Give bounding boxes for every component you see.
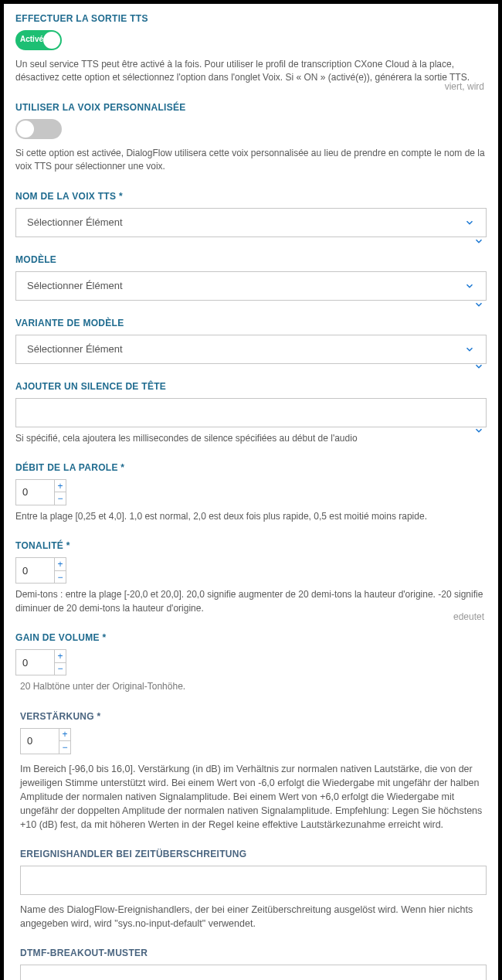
speech-rate-help: Entre la plage [0,25 et 4,0]. 1,0 est no… xyxy=(15,510,487,523)
pitch-stepper: + − xyxy=(54,557,66,584)
speech-rate-input[interactable] xyxy=(15,479,54,505)
model-variant-select[interactable]: Sélectionner Élément xyxy=(15,335,487,364)
step-down-icon[interactable]: − xyxy=(55,492,66,505)
dtmf-breakout-input[interactable] xyxy=(20,965,487,980)
volume-gain-stepper: + − xyxy=(54,649,66,675)
tts-output-help: Un seul service TTS peut être activé à l… xyxy=(15,58,487,85)
toggle-knob xyxy=(17,121,34,138)
timeout-handler-input[interactable] xyxy=(20,866,487,895)
verstaerkung-stepper: + − xyxy=(59,728,71,754)
tts-output-toggle[interactable]: Activé xyxy=(15,30,62,50)
chevron-down-icon xyxy=(464,217,475,228)
step-up-icon[interactable]: + xyxy=(55,650,66,663)
custom-voice-label: UTILISER LA VOIX PERSONNALISÉE xyxy=(15,102,487,113)
volume-gain-label: GAIN DE VOLUME * xyxy=(15,632,487,643)
model-value: Sélectionner Élément xyxy=(27,280,123,291)
leading-silence-label: AJOUTER UN SILENCE DE TÊTE xyxy=(15,381,487,392)
timeout-handler-label: EREIGNISHANDLER BEI ZEITÜBERSCHREITUNG xyxy=(20,849,487,859)
custom-voice-help: Si cette option est activée, DialogFlow … xyxy=(15,147,487,174)
pitch-label: TONALITÉ * xyxy=(15,540,487,551)
volume-gain-input[interactable] xyxy=(15,649,54,675)
chevron-down-icon xyxy=(464,344,475,355)
model-variant-label: VARIANTE DE MODÈLE xyxy=(15,318,487,328)
model-variant-value: Sélectionner Élément xyxy=(27,343,123,355)
ghost-chevron-3 xyxy=(473,361,484,372)
step-down-icon[interactable]: − xyxy=(59,741,70,754)
toggle-on-text: Activé xyxy=(20,35,43,43)
chevron-down-icon xyxy=(464,281,475,291)
step-down-icon[interactable]: − xyxy=(55,571,66,584)
model-label: MODÈLE xyxy=(15,254,487,265)
volume-gain-bg-help: 20 Halbtöne unter der Original-Tonhöhe. xyxy=(20,680,487,693)
leading-silence-help: Si spécifié, cela ajoutera les milliseco… xyxy=(15,432,487,445)
voice-name-select[interactable]: Sélectionner Élément xyxy=(15,208,487,237)
step-up-icon[interactable]: + xyxy=(59,729,70,742)
step-up-icon[interactable]: + xyxy=(55,480,66,493)
toggle-knob xyxy=(43,32,60,49)
ghost-text: viert, wird xyxy=(445,81,484,92)
speech-rate-label: DÉBIT DE LA PAROLE * xyxy=(15,462,487,473)
pitch-input[interactable] xyxy=(15,557,54,584)
voice-name-label: NOM DE LA VOIX TTS * xyxy=(15,191,487,202)
verstaerkung-label: VERSTÄRKUNG * xyxy=(20,711,487,722)
dtmf-breakout-label: DTMF-BREAKOUT-MUSTER xyxy=(20,948,487,958)
tts-output-label: EFFECTUER LA SORTIE TTS xyxy=(15,13,487,24)
verstaerkung-input[interactable] xyxy=(20,728,59,754)
ghost-chevron-2 xyxy=(473,299,484,310)
pitch-help: Demi-tons : entre la plage [-20,0 et 20,… xyxy=(15,588,487,615)
ghost-text-2: edeutet xyxy=(453,611,484,622)
step-up-icon[interactable]: + xyxy=(55,558,66,571)
model-select[interactable]: Sélectionner Élément xyxy=(15,271,487,301)
timeout-handler-help: Name des DialogFlow-Ereignishandlers, de… xyxy=(20,903,487,931)
custom-voice-toggle[interactable] xyxy=(15,119,62,139)
voice-name-value: Sélectionner Élément xyxy=(27,216,123,228)
ghost-chevron-4 xyxy=(473,425,484,436)
leading-silence-input[interactable] xyxy=(15,398,487,427)
step-down-icon[interactable]: − xyxy=(55,663,66,675)
ghost-chevron-1 xyxy=(473,236,484,247)
speech-rate-stepper: + − xyxy=(54,479,66,505)
verstaerkung-help: Im Bereich [-96,0 bis 16,0]. Verstärkung… xyxy=(20,762,487,832)
